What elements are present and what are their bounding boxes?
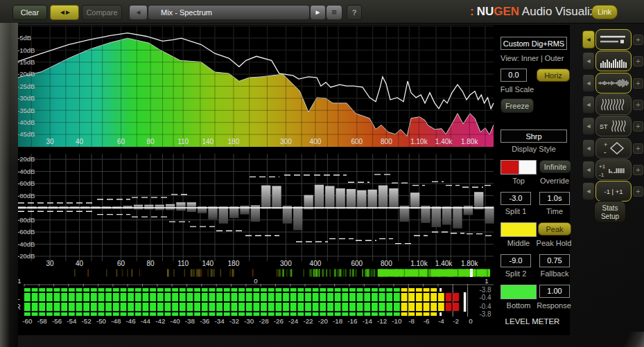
waveform-display-button[interactable] — [595, 73, 632, 94]
meter-block — [135, 303, 141, 311]
histogram-button[interactable]: +1-1 — [595, 159, 632, 180]
meter-scale-label: -26 — [274, 317, 284, 325]
preset-select-arrow[interactable]: ◄ — [582, 161, 595, 179]
meter-block — [209, 293, 216, 301]
fallback-value[interactable]: 0.75 — [539, 254, 570, 267]
horiz-button[interactable]: Horiz — [537, 69, 570, 82]
freeze-button[interactable]: Freeze — [501, 98, 534, 113]
meter-block — [32, 303, 38, 311]
meter-block — [209, 303, 216, 311]
correlation-button[interactable]: -1 | +1 — [595, 181, 632, 202]
add-display-button[interactable]: + — [633, 100, 643, 110]
split2-value[interactable]: -9.0 — [501, 254, 531, 267]
add-display-button[interactable]: + — [633, 78, 643, 89]
meter-block — [261, 293, 267, 301]
audio-visualizer-window: Clear ◄► Compare ◄ Mix - Spectrum ► ≡ ? … — [0, 0, 644, 347]
graphic: - — [604, 148, 607, 156]
clear-button[interactable]: Clear — [12, 5, 47, 20]
correlation-scale-label: 0 — [254, 277, 257, 284]
meter-block — [283, 288, 289, 292]
add-display-button[interactable]: + — [633, 165, 643, 175]
meter-block — [121, 303, 127, 311]
display-style-value[interactable]: Shrp — [501, 130, 567, 143]
add-display-button[interactable]: + — [633, 143, 643, 154]
preset-row-stereo-spectrogram: ◄ST+ — [582, 116, 644, 136]
view-mode-label[interactable]: View: Inner | Outer — [498, 54, 570, 62]
meter-block — [238, 293, 245, 301]
preset-select-arrow[interactable]: ◄ — [582, 96, 595, 114]
peak-hold-button[interactable]: Peak — [538, 222, 571, 235]
top-color-swatch-white[interactable] — [519, 160, 537, 175]
db-axis-label: -30dB — [17, 94, 35, 102]
meter-block — [172, 303, 178, 311]
vectorscope-button[interactable]: +- — [595, 138, 632, 159]
split-spectrum-display[interactable]: -20dB-20dB-40dB-40dB-60dB-60dB-80dB-80dB… — [6, 152, 495, 269]
preset-select-arrow[interactable]: ◄ — [582, 52, 595, 70]
db-axis-label: -60dB — [17, 179, 35, 187]
correlation-meter[interactable]: -101 — [6, 269, 495, 284]
add-display-button[interactable]: + — [633, 121, 643, 132]
vectorscope-icon: +- — [596, 139, 631, 158]
split1-value[interactable]: -3.0 — [501, 192, 531, 205]
spectrogram-display-button[interactable] — [595, 94, 632, 115]
preset-select-arrow[interactable]: ◄ — [582, 182, 595, 200]
link-button[interactable]: Link — [591, 5, 618, 19]
meter-block — [446, 293, 452, 301]
time-value[interactable]: 1.0s — [539, 192, 570, 205]
preset-select-arrow[interactable]: ◄ — [582, 139, 595, 157]
meter-block — [408, 312, 415, 316]
meter-block — [105, 288, 112, 292]
prev-preset-button[interactable]: ◄ — [129, 5, 148, 20]
preset-select-arrow[interactable]: ◄ — [582, 74, 595, 92]
left-bevel — [0, 23, 18, 347]
meter-block — [231, 293, 237, 301]
override-infinite-button[interactable]: Infinite — [539, 160, 571, 173]
add-display-button[interactable]: + — [633, 35, 643, 45]
meter-block — [61, 303, 67, 311]
help-button[interactable]: ? — [347, 5, 362, 20]
full-scale-value[interactable]: 0.0 — [501, 69, 527, 82]
lines-display-button[interactable] — [595, 29, 632, 50]
freq-axis-label: 1.40k — [435, 138, 453, 145]
meter-block — [364, 303, 370, 311]
add-display-button[interactable]: + — [633, 56, 643, 66]
preset-name-box[interactable]: Custom Dig+RMS — [501, 37, 567, 50]
add-display-button[interactable]: + — [633, 186, 643, 197]
meter-block — [246, 288, 252, 292]
meter-block — [180, 312, 186, 316]
freq-axis-label: 300 — [280, 260, 292, 267]
db-axis-label: -80dB — [17, 192, 35, 199]
level-meter[interactable]: LR-60-58-56-54-52-50-48-46-44-42-40-38-3… — [6, 284, 495, 332]
preset-display-field[interactable]: Mix - Spectrum — [148, 5, 310, 20]
meter-scale-label: 0 — [469, 317, 473, 325]
resize-corner[interactable] — [612, 332, 644, 347]
swap-arrows-button[interactable]: ◄► — [50, 5, 79, 20]
stereo-spectrogram-button[interactable]: ST — [595, 116, 632, 136]
menu-list-button[interactable]: ≡ — [326, 5, 342, 20]
next-preset-button[interactable]: ► — [310, 5, 326, 20]
bars-display-button[interactable] — [595, 51, 632, 71]
top-color-swatch-red[interactable] — [501, 160, 519, 175]
meter-block — [61, 312, 67, 316]
freq-axis-label: 40 — [76, 138, 84, 145]
spectrum-display[interactable]: -5dB-10dB-15dB-20dB-25dB-30dB-35dB-40dB-… — [6, 25, 495, 152]
waveform-display-icon — [596, 73, 631, 93]
meter-block — [416, 293, 422, 301]
middle-color-swatch[interactable] — [501, 222, 537, 237]
db-axis-label: -15dB — [17, 58, 35, 66]
preset-select-arrow[interactable]: ◄ — [582, 30, 595, 48]
meter-block — [290, 293, 297, 301]
meter-block — [408, 293, 415, 301]
meter-block — [216, 293, 223, 301]
rms-cap — [440, 288, 442, 292]
meter-block — [290, 312, 297, 316]
spectrum-bar-up — [272, 186, 281, 208]
response-value[interactable]: 1.00 — [539, 285, 570, 298]
preset-select-arrow[interactable]: ◄ — [582, 117, 595, 135]
bottom-color-swatch[interactable] — [501, 285, 537, 299]
meter-scale-label: -56 — [52, 317, 62, 325]
compare-button[interactable]: Compare — [82, 5, 122, 20]
meter-block — [283, 303, 289, 311]
meter-block — [253, 312, 259, 316]
stats-setup-button[interactable]: StatsSetup — [594, 201, 626, 223]
